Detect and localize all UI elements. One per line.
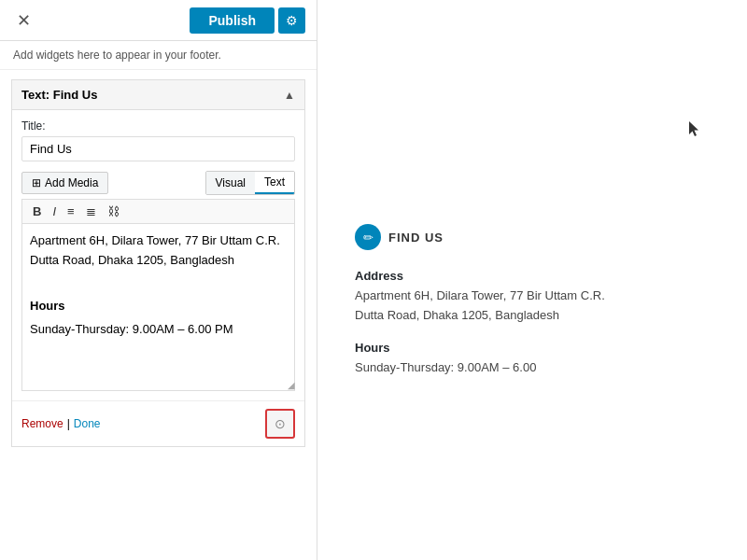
remove-link[interactable]: Remove xyxy=(21,417,63,430)
italic-button[interactable]: I xyxy=(48,203,61,220)
link-button[interactable]: ⛓ xyxy=(103,203,124,220)
footer-hint: Add widgets here to appear in your foote… xyxy=(0,41,317,70)
format-bar: B I ≡ ≣ ⛓ xyxy=(21,199,295,223)
editor-toolbar: ⊞ Add Media Visual Text xyxy=(21,171,295,195)
tab-visual[interactable]: Visual xyxy=(206,172,255,194)
publish-button[interactable]: Publish xyxy=(190,7,275,34)
widget-title: Text: Find Us xyxy=(21,88,97,102)
address-block: Address Apartment 6H, Dilara Tower, 77 B… xyxy=(355,269,710,326)
publish-area: Publish ⚙ xyxy=(190,7,305,34)
widget-box: Text: Find Us ▲ Title: ⊞ Add Media Visua… xyxy=(11,79,305,447)
editor-spacer xyxy=(30,274,287,294)
ordered-list-button[interactable]: ≣ xyxy=(81,203,101,220)
remove-done-links: Remove | Done xyxy=(21,417,101,430)
hours-block: Hours Sunday-Thursday: 9.00AM – 6.00 xyxy=(355,341,710,378)
top-bar: ✕ Publish ⚙ xyxy=(0,0,317,41)
unordered-list-button[interactable]: ≡ xyxy=(63,203,79,220)
find-us-title: FIND US xyxy=(388,231,444,245)
pencil-icon: ✏ xyxy=(363,231,374,245)
widget-footer: Remove | Done ⊙ xyxy=(12,400,304,446)
widget-body: Title: ⊞ Add Media Visual Text B xyxy=(12,110,304,400)
left-panel: ✕ Publish ⚙ Add widgets here to appear i… xyxy=(0,0,317,560)
find-us-section: ✏ FIND US Address Apartment 6H, Dilara T… xyxy=(355,224,710,377)
editor-address: Apartment 6H, Dilara Tower, 77 Bir Uttam… xyxy=(30,231,287,271)
editor-hours-title: Hours xyxy=(30,297,287,316)
cursor-indicator xyxy=(689,121,700,136)
hours-text: Sunday-Thursday: 9.00AM – 6.00 xyxy=(355,358,710,378)
settings-button[interactable]: ⚙ xyxy=(278,7,305,34)
view-tabs: Visual Text xyxy=(205,171,295,195)
editor-wrapper: Apartment 6H, Dilara Tower, 77 Bir Uttam… xyxy=(21,223,295,391)
add-media-label: Add Media xyxy=(45,176,98,189)
drag-handle[interactable]: ⊙ xyxy=(265,409,295,439)
done-link[interactable]: Done xyxy=(74,417,101,430)
editor-area[interactable]: Apartment 6H, Dilara Tower, 77 Bir Uttam… xyxy=(21,223,295,391)
address-line1: Apartment 6H, Dilara Tower, 77 Bir Uttam… xyxy=(355,287,710,306)
edit-icon: ✏ xyxy=(355,224,381,250)
add-media-icon: ⊞ xyxy=(32,176,41,189)
find-us-header: ✏ FIND US xyxy=(355,224,710,250)
add-media-button[interactable]: ⊞ Add Media xyxy=(21,172,108,194)
tab-text[interactable]: Text xyxy=(255,172,294,194)
address-line2: Dutta Road, Dhaka 1205, Bangladesh xyxy=(355,306,710,326)
title-label: Title: xyxy=(21,119,295,133)
resize-handle[interactable]: ◢ xyxy=(284,380,295,391)
close-button[interactable]: ✕ xyxy=(11,10,36,31)
editor-hours-text: Sunday-Thursday: 9.00AM – 6.00 PM xyxy=(30,320,287,340)
widget-toggle-button[interactable]: ▲ xyxy=(284,89,295,102)
separator: | xyxy=(67,417,70,430)
right-panel: ✏ FIND US Address Apartment 6H, Dilara T… xyxy=(317,0,747,560)
bold-button[interactable]: B xyxy=(28,203,46,220)
title-input[interactable] xyxy=(21,136,295,161)
hours-title: Hours xyxy=(355,341,710,355)
panel-scroll: Text: Find Us ▲ Title: ⊞ Add Media Visua… xyxy=(0,70,317,560)
address-title: Address xyxy=(355,269,710,283)
widget-header: Text: Find Us ▲ xyxy=(12,80,304,110)
